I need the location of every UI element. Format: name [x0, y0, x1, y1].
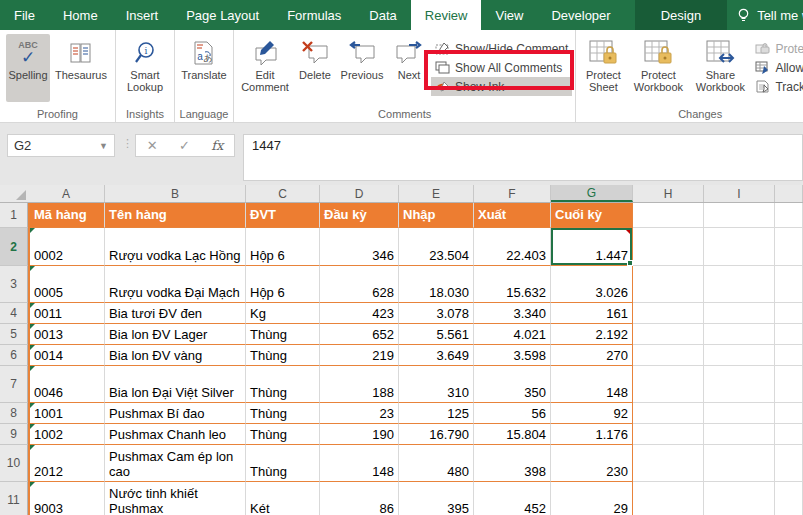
- cell-E2[interactable]: 23.504: [399, 228, 474, 266]
- next-comment-button[interactable]: Next: [387, 34, 431, 102]
- cell-E6[interactable]: 3.649: [399, 345, 474, 366]
- cell-F9[interactable]: 15.804: [474, 424, 551, 445]
- header-cell[interactable]: ĐVT: [246, 203, 320, 228]
- cell-J3[interactable]: [775, 266, 803, 303]
- cell-J11[interactable]: [775, 482, 803, 515]
- protect-sheet-button[interactable]: Protect Sheet: [579, 34, 627, 102]
- fill-handle[interactable]: [627, 260, 633, 266]
- cell-D9[interactable]: 190: [320, 424, 399, 445]
- protect-workbook-button[interactable]: Protect Workbook: [627, 34, 689, 102]
- cell-J8[interactable]: [775, 403, 803, 424]
- row-header-8[interactable]: 8: [0, 403, 28, 424]
- cell-A4[interactable]: 0011: [28, 303, 105, 324]
- cell-E3[interactable]: 18.030: [399, 266, 474, 303]
- cell-H6[interactable]: [633, 345, 704, 366]
- cell-I9[interactable]: [704, 424, 775, 445]
- column-header-partial[interactable]: [775, 185, 803, 202]
- header-cell[interactable]: Mã hàng: [28, 203, 105, 228]
- cell-B6[interactable]: Bia lon ĐV vàng: [105, 345, 246, 366]
- cell-B2[interactable]: Rượu vodka Lạc Hồng: [105, 228, 246, 266]
- cell-H8[interactable]: [633, 403, 704, 424]
- cell-I1[interactable]: [704, 203, 775, 228]
- protect-shared-workbook-button[interactable]: Protect: [751, 39, 803, 58]
- cell-D10[interactable]: 148: [320, 445, 399, 482]
- cell-A7[interactable]: 0046: [28, 366, 105, 403]
- cell-J7[interactable]: [775, 366, 803, 403]
- cell-I6[interactable]: [704, 345, 775, 366]
- cell-F5[interactable]: 4.021: [474, 324, 551, 345]
- cell-E10[interactable]: 480: [399, 445, 474, 482]
- translate-button[interactable]: aあ Translate: [178, 34, 230, 102]
- cell-D4[interactable]: 423: [320, 303, 399, 324]
- cell-C8[interactable]: Thùng: [246, 403, 320, 424]
- row-header-1[interactable]: 1: [0, 203, 28, 228]
- cell-B4[interactable]: Bia tươi ĐV đen: [105, 303, 246, 324]
- tell-me-box[interactable]: Tell me what you: [727, 0, 803, 30]
- confirm-entry-icon[interactable]: ✓: [179, 138, 190, 153]
- tab-review[interactable]: Review: [411, 0, 482, 30]
- cell-D8[interactable]: 23: [320, 403, 399, 424]
- cell-E11[interactable]: 395: [399, 482, 474, 515]
- cell-D6[interactable]: 219: [320, 345, 399, 366]
- column-header-D[interactable]: D: [320, 185, 399, 202]
- cell-B8[interactable]: Pushmax Bí đao: [105, 403, 246, 424]
- cell-C5[interactable]: Thùng: [246, 324, 320, 345]
- cell-C7[interactable]: Thùng: [246, 366, 320, 403]
- cancel-entry-icon[interactable]: ✕: [147, 138, 158, 153]
- column-header-C[interactable]: C: [246, 185, 320, 202]
- cell-B3[interactable]: Rượu vodka Đại Mạch: [105, 266, 246, 303]
- cell-F8[interactable]: 56: [474, 403, 551, 424]
- select-all-corner[interactable]: [0, 185, 28, 202]
- cell-J6[interactable]: [775, 345, 803, 366]
- cell-E7[interactable]: 310: [399, 366, 474, 403]
- cell-D3[interactable]: 628: [320, 266, 399, 303]
- insert-function-icon[interactable]: fx: [211, 138, 223, 153]
- cell-A2[interactable]: 0002: [28, 228, 105, 266]
- cell-F3[interactable]: 15.632: [474, 266, 551, 303]
- edit-comment-button[interactable]: Edit Comment: [237, 34, 293, 102]
- show-hide-comment-button[interactable]: Show/Hide Comment: [431, 39, 572, 58]
- cell-J2[interactable]: [775, 228, 803, 266]
- cell-H1[interactable]: [633, 203, 704, 228]
- cell-G11[interactable]: 29: [551, 482, 633, 515]
- cell-I8[interactable]: [704, 403, 775, 424]
- tab-page-layout[interactable]: Page Layout: [172, 0, 273, 30]
- delete-comment-button[interactable]: Delete: [293, 34, 337, 102]
- column-header-G[interactable]: G: [551, 185, 633, 202]
- cell-A5[interactable]: 0013: [28, 324, 105, 345]
- row-header-3[interactable]: 3: [0, 266, 28, 303]
- row-header-7[interactable]: 7: [0, 366, 28, 403]
- tab-data[interactable]: Data: [355, 0, 410, 30]
- cell-E5[interactable]: 5.561: [399, 324, 474, 345]
- cell-C10[interactable]: Thùng: [246, 445, 320, 482]
- previous-comment-button[interactable]: Previous: [337, 34, 387, 102]
- column-header-A[interactable]: A: [28, 185, 105, 202]
- cell-J1[interactable]: [775, 203, 803, 228]
- cell-I5[interactable]: [704, 324, 775, 345]
- smart-lookup-button[interactable]: i Smart Lookup: [119, 34, 171, 102]
- cell-J9[interactable]: [775, 424, 803, 445]
- tab-view[interactable]: View: [481, 0, 537, 30]
- cell-B11[interactable]: Nước tinh khiết Pushmax: [105, 482, 246, 515]
- cell-H5[interactable]: [633, 324, 704, 345]
- cell-C2[interactable]: Hộp 6: [246, 228, 320, 266]
- header-cell[interactable]: Tên hàng: [105, 203, 246, 228]
- show-ink-button[interactable]: Show Ink: [431, 77, 572, 96]
- thesaurus-button[interactable]: Thesaurus: [50, 34, 112, 102]
- share-workbook-button[interactable]: Share Workbook: [689, 34, 751, 102]
- cell-H2[interactable]: [633, 228, 704, 266]
- name-box-dropdown-icon[interactable]: ▼: [99, 141, 108, 151]
- row-header-9[interactable]: 9: [0, 424, 28, 445]
- row-header-10[interactable]: 10: [0, 445, 28, 482]
- cell-I7[interactable]: [704, 366, 775, 403]
- track-changes-button[interactable]: Track C: [751, 77, 803, 96]
- cell-G5[interactable]: 2.192: [551, 324, 633, 345]
- cell-D2[interactable]: 346: [320, 228, 399, 266]
- cell-G8[interactable]: 92: [551, 403, 633, 424]
- cell-C9[interactable]: Thùng: [246, 424, 320, 445]
- cell-I4[interactable]: [704, 303, 775, 324]
- cell-J5[interactable]: [775, 324, 803, 345]
- cell-I3[interactable]: [704, 266, 775, 303]
- cell-A3[interactable]: 0005: [28, 266, 105, 303]
- cell-F7[interactable]: 350: [474, 366, 551, 403]
